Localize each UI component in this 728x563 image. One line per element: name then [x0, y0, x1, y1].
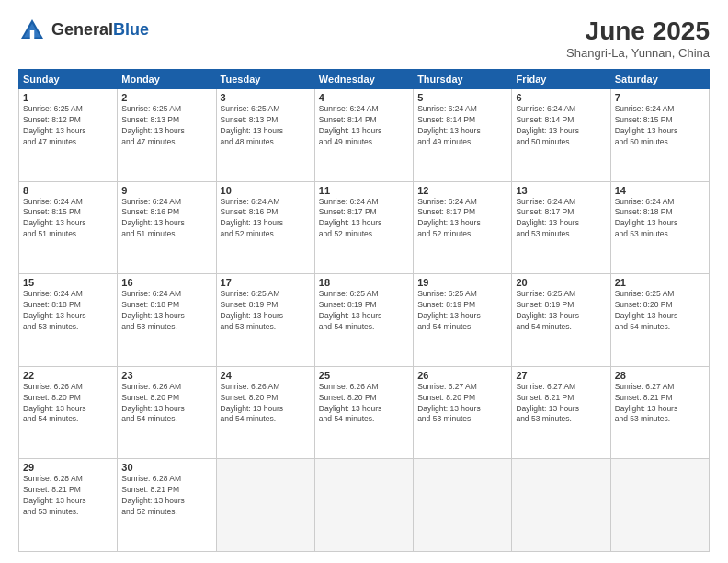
day-cell: [414, 459, 512, 552]
day-number: 24: [221, 370, 311, 381]
day-info: Sunrise: 6:24 AMSunset: 8:18 PMDaylight:…: [23, 289, 113, 333]
week-row-4: 22Sunrise: 6:26 AMSunset: 8:20 PMDayligh…: [19, 366, 710, 459]
weekday-header-wednesday: Wednesday: [314, 70, 413, 89]
day-info: Sunrise: 6:25 AMSunset: 8:19 PMDaylight:…: [417, 289, 507, 333]
day-cell: 4Sunrise: 6:24 AMSunset: 8:14 PMDaylight…: [314, 89, 413, 182]
day-info: Sunrise: 6:26 AMSunset: 8:20 PMDaylight:…: [121, 382, 211, 426]
day-cell: 19Sunrise: 6:25 AMSunset: 8:19 PMDayligh…: [414, 274, 512, 367]
day-cell: 20Sunrise: 6:25 AMSunset: 8:19 PMDayligh…: [512, 274, 610, 367]
day-number: 23: [121, 370, 211, 381]
weekday-header-row: SundayMondayTuesdayWednesdayThursdayFrid…: [19, 70, 710, 89]
weekday-header-saturday: Saturday: [610, 70, 709, 89]
day-cell: 5Sunrise: 6:24 AMSunset: 8:14 PMDaylight…: [414, 89, 512, 182]
day-info: Sunrise: 6:25 AMSunset: 8:19 PMDaylight:…: [319, 289, 409, 333]
day-info: Sunrise: 6:28 AMSunset: 8:21 PMDaylight:…: [121, 474, 211, 518]
day-info: Sunrise: 6:26 AMSunset: 8:20 PMDaylight:…: [221, 382, 311, 426]
weekday-header-monday: Monday: [118, 70, 216, 89]
day-cell: 17Sunrise: 6:25 AMSunset: 8:19 PMDayligh…: [216, 274, 314, 367]
day-cell: 24Sunrise: 6:26 AMSunset: 8:20 PMDayligh…: [216, 366, 314, 459]
day-number: 17: [221, 277, 311, 288]
day-cell: 7Sunrise: 6:24 AMSunset: 8:15 PMDaylight…: [610, 89, 709, 182]
day-number: 11: [319, 185, 409, 196]
day-number: 13: [516, 185, 606, 196]
day-number: 26: [417, 370, 507, 381]
day-cell: 25Sunrise: 6:26 AMSunset: 8:20 PMDayligh…: [314, 366, 413, 459]
day-cell: 2Sunrise: 6:25 AMSunset: 8:13 PMDaylight…: [118, 89, 216, 182]
day-info: Sunrise: 6:25 AMSunset: 8:19 PMDaylight:…: [516, 289, 606, 333]
day-cell: 18Sunrise: 6:25 AMSunset: 8:19 PMDayligh…: [314, 274, 413, 367]
day-info: Sunrise: 6:25 AMSunset: 8:12 PMDaylight:…: [23, 104, 113, 148]
day-info: Sunrise: 6:24 AMSunset: 8:14 PMDaylight:…: [516, 104, 606, 148]
day-info: Sunrise: 6:24 AMSunset: 8:16 PMDaylight:…: [121, 197, 211, 241]
day-number: 1: [23, 92, 113, 103]
day-cell: 9Sunrise: 6:24 AMSunset: 8:16 PMDaylight…: [118, 181, 216, 274]
day-info: Sunrise: 6:27 AMSunset: 8:21 PMDaylight:…: [615, 382, 705, 426]
logo-blue: Blue: [113, 20, 149, 39]
day-number: 5: [417, 92, 507, 103]
day-cell: 10Sunrise: 6:24 AMSunset: 8:16 PMDayligh…: [216, 181, 314, 274]
day-number: 10: [221, 185, 311, 196]
day-number: 12: [417, 185, 507, 196]
day-cell: 1Sunrise: 6:25 AMSunset: 8:12 PMDaylight…: [19, 89, 118, 182]
day-cell: 28Sunrise: 6:27 AMSunset: 8:21 PMDayligh…: [610, 366, 709, 459]
day-cell: 29Sunrise: 6:28 AMSunset: 8:21 PMDayligh…: [19, 459, 118, 552]
day-cell: 27Sunrise: 6:27 AMSunset: 8:21 PMDayligh…: [512, 366, 610, 459]
day-number: 6: [516, 92, 606, 103]
weekday-header-tuesday: Tuesday: [216, 70, 314, 89]
calendar-table: SundayMondayTuesdayWednesdayThursdayFrid…: [18, 69, 710, 552]
day-cell: 14Sunrise: 6:24 AMSunset: 8:18 PMDayligh…: [610, 181, 709, 274]
day-number: 7: [615, 92, 705, 103]
day-number: 19: [417, 277, 507, 288]
day-cell: [216, 459, 314, 552]
day-cell: 26Sunrise: 6:27 AMSunset: 8:20 PMDayligh…: [414, 366, 512, 459]
day-number: 3: [221, 92, 311, 103]
day-number: 21: [615, 277, 705, 288]
weekday-header-friday: Friday: [512, 70, 610, 89]
day-info: Sunrise: 6:24 AMSunset: 8:18 PMDaylight:…: [615, 197, 705, 241]
day-info: Sunrise: 6:24 AMSunset: 8:17 PMDaylight:…: [516, 197, 606, 241]
day-number: 30: [121, 462, 211, 473]
day-cell: 30Sunrise: 6:28 AMSunset: 8:21 PMDayligh…: [118, 459, 216, 552]
day-number: 16: [121, 277, 211, 288]
day-info: Sunrise: 6:24 AMSunset: 8:15 PMDaylight:…: [23, 197, 113, 241]
day-info: Sunrise: 6:27 AMSunset: 8:21 PMDaylight:…: [516, 382, 606, 426]
day-number: 25: [319, 370, 409, 381]
day-cell: 13Sunrise: 6:24 AMSunset: 8:17 PMDayligh…: [512, 181, 610, 274]
day-info: Sunrise: 6:27 AMSunset: 8:20 PMDaylight:…: [417, 382, 507, 426]
day-info: Sunrise: 6:26 AMSunset: 8:20 PMDaylight:…: [23, 382, 113, 426]
weekday-header-sunday: Sunday: [19, 70, 118, 89]
week-row-3: 15Sunrise: 6:24 AMSunset: 8:18 PMDayligh…: [19, 274, 710, 367]
day-cell: 21Sunrise: 6:25 AMSunset: 8:20 PMDayligh…: [610, 274, 709, 367]
day-cell: 3Sunrise: 6:25 AMSunset: 8:13 PMDaylight…: [216, 89, 314, 182]
day-info: Sunrise: 6:25 AMSunset: 8:19 PMDaylight:…: [221, 289, 311, 333]
day-number: 15: [23, 277, 113, 288]
day-info: Sunrise: 6:24 AMSunset: 8:14 PMDaylight:…: [319, 104, 409, 148]
month-year: June 2025: [566, 17, 710, 46]
day-cell: [314, 459, 413, 552]
day-number: 2: [121, 92, 211, 103]
day-number: 4: [319, 92, 409, 103]
logo-icon: [18, 17, 46, 44]
title-block: June 2025 Shangri-La, Yunnan, China: [566, 17, 710, 60]
day-info: Sunrise: 6:24 AMSunset: 8:16 PMDaylight:…: [221, 197, 311, 241]
day-number: 27: [516, 370, 606, 381]
week-row-5: 29Sunrise: 6:28 AMSunset: 8:21 PMDayligh…: [19, 459, 710, 552]
week-row-1: 1Sunrise: 6:25 AMSunset: 8:12 PMDaylight…: [19, 89, 710, 182]
day-info: Sunrise: 6:24 AMSunset: 8:14 PMDaylight:…: [417, 104, 507, 148]
day-cell: 11Sunrise: 6:24 AMSunset: 8:17 PMDayligh…: [314, 181, 413, 274]
day-info: Sunrise: 6:24 AMSunset: 8:18 PMDaylight:…: [121, 289, 211, 333]
day-info: Sunrise: 6:25 AMSunset: 8:13 PMDaylight:…: [221, 104, 311, 148]
logo: GeneralBlue: [18, 17, 149, 44]
day-cell: 15Sunrise: 6:24 AMSunset: 8:18 PMDayligh…: [19, 274, 118, 367]
day-info: Sunrise: 6:25 AMSunset: 8:13 PMDaylight:…: [121, 104, 211, 148]
day-number: 14: [615, 185, 705, 196]
day-info: Sunrise: 6:28 AMSunset: 8:21 PMDaylight:…: [23, 474, 113, 518]
day-info: Sunrise: 6:24 AMSunset: 8:15 PMDaylight:…: [615, 104, 705, 148]
day-cell: 22Sunrise: 6:26 AMSunset: 8:20 PMDayligh…: [19, 366, 118, 459]
day-info: Sunrise: 6:26 AMSunset: 8:20 PMDaylight:…: [319, 382, 409, 426]
logo-text: GeneralBlue: [51, 21, 149, 40]
weekday-header-thursday: Thursday: [414, 70, 512, 89]
day-number: 28: [615, 370, 705, 381]
day-cell: 8Sunrise: 6:24 AMSunset: 8:15 PMDaylight…: [19, 181, 118, 274]
day-info: Sunrise: 6:24 AMSunset: 8:17 PMDaylight:…: [319, 197, 409, 241]
